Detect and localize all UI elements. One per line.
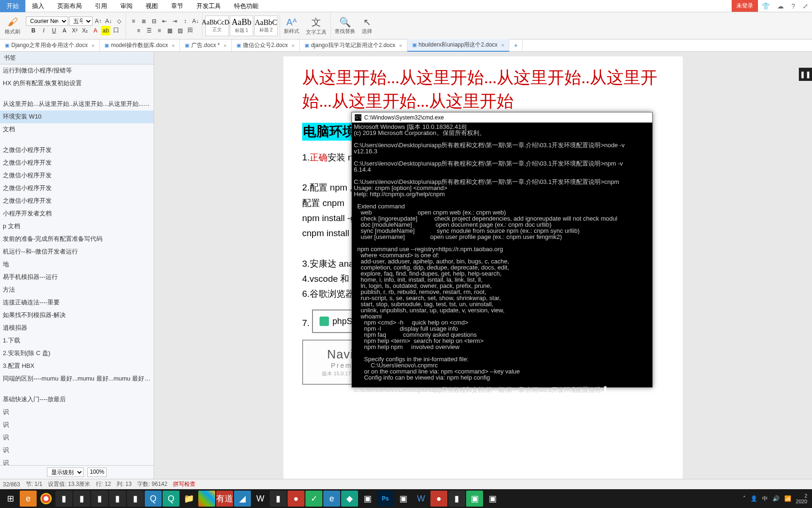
text-tools[interactable]: 文文字工具 — [303, 16, 329, 36]
font-size-select[interactable]: 五号 — [69, 16, 93, 26]
doctab-2[interactable]: ▣广告.docx *× — [180, 40, 232, 51]
sidebar-item[interactable] — [0, 385, 154, 393]
sidebar-zoom[interactable]: 100% — [87, 468, 107, 477]
task-view-icon[interactable]: ⊞ — [2, 491, 19, 507]
terminal-icon-5[interactable]: ▮ — [127, 491, 144, 507]
menu-tab-start[interactable]: 开始 — [0, 0, 25, 12]
char-border-button[interactable]: 囗 — [111, 26, 121, 35]
sidebar-item[interactable]: 2.安装到(除 C 盘) — [0, 347, 154, 360]
doctab-0[interactable]: ▣Django之常用命令用这个.docx× — [0, 40, 100, 51]
sidebar-item[interactable]: 发前的准备-完成所有配置准备写代码 — [0, 233, 154, 246]
menu-tab-section[interactable]: 章节 — [164, 0, 190, 12]
ime-indicator[interactable]: 中 — [762, 495, 768, 503]
sidebar-item[interactable] — [0, 136, 154, 144]
style-h1[interactable]: AaBb标题 1 — [230, 16, 253, 36]
doctab-5[interactable]: ▣hbuilderx和uniapp用这个2.docx× — [407, 39, 510, 52]
cmd-window[interactable]: C:\ C:\Windows\System32\cmd.exe Microsof… — [351, 112, 653, 388]
vscode-icon[interactable]: ◢ — [234, 491, 251, 507]
indent-dec[interactable]: ⇤ — [160, 16, 169, 26]
sidebar-item[interactable]: 之微信小程序开发 — [0, 195, 154, 207]
strike-button[interactable]: A̵ — [60, 26, 69, 35]
sidebar-item[interactable] — [0, 90, 154, 98]
skin-icon[interactable]: 👕 — [758, 0, 773, 12]
sidebar-item[interactable]: 运行到微信小程序/报错等 — [0, 64, 154, 77]
edge-icon[interactable]: e — [323, 491, 340, 507]
sidebar-item[interactable]: 同端的区别----mumu 最好...mumu 最好...mumu 最好...m… — [0, 373, 154, 385]
sidebar-item[interactable]: 基础快速入门----放最后 — [0, 393, 154, 406]
find-replace[interactable]: 🔍查找替换 — [332, 16, 358, 35]
menu-tab-reference[interactable]: 引用 — [88, 0, 114, 12]
close-icon[interactable]: × — [399, 43, 402, 48]
cloud-icon[interactable]: ☁ — [773, 0, 788, 12]
font-color-button[interactable]: A — [91, 26, 100, 35]
tray-volume-icon[interactable]: 🔊 — [773, 495, 780, 502]
sidebar-item[interactable]: 小程序开发者文档 — [0, 207, 154, 220]
doctab-3[interactable]: ▣微信公众号2.docx× — [232, 40, 300, 51]
taskbar-app-1[interactable]: e — [20, 491, 37, 507]
sidebar-item[interactable]: 如果找不到模拟器-解决 — [0, 309, 154, 322]
select-button[interactable]: ↖选择 — [359, 16, 375, 35]
align-justify[interactable]: ▦ — [165, 26, 174, 35]
cmd-taskbar-icon[interactable]: ▮ — [448, 491, 465, 507]
sidebar-item[interactable]: 之微信小程序开发 — [0, 144, 154, 157]
highlight-button[interactable]: ab — [101, 26, 110, 35]
app-icon-12[interactable]: ● — [430, 491, 447, 507]
menu-tab-dev[interactable]: 开发工具 — [190, 0, 227, 12]
subscript-button[interactable]: X₂ — [80, 26, 90, 35]
multilevel-list[interactable]: ⊟ — [149, 16, 159, 26]
close-icon[interactable]: × — [224, 43, 226, 48]
app-icon-9[interactable]: ◆ — [341, 491, 358, 507]
wps-word-icon[interactable]: W — [413, 491, 429, 507]
italic-button[interactable]: I — [39, 26, 48, 35]
cmd-titlebar[interactable]: C:\ C:\Windows\System32\cmd.exe — [352, 112, 652, 123]
sort-button[interactable]: A↓ — [191, 16, 200, 26]
tray-wifi-icon[interactable]: 📶 — [784, 495, 791, 502]
sidebar-item[interactable]: HX 的所有配置,恢复初始设置 — [0, 77, 154, 90]
menu-tab-insert[interactable]: 插入 — [25, 0, 51, 12]
terminal-icon-3[interactable]: ▮ — [91, 491, 108, 507]
underline-button[interactable]: U — [49, 26, 59, 35]
align-left[interactable]: ≡ — [134, 26, 143, 35]
close-icon[interactable]: × — [92, 43, 94, 48]
shading-button[interactable]: ▨ — [175, 26, 185, 35]
shrink-font[interactable]: A↓ — [104, 16, 113, 26]
sidebar-item[interactable]: 地 — [0, 258, 154, 271]
qq-icon-2[interactable]: Q — [163, 491, 180, 507]
sidebar-item[interactable]: 逍模拟器 — [0, 322, 154, 334]
doctab-add[interactable]: + — [509, 40, 523, 51]
close-icon[interactable]: × — [172, 43, 175, 48]
sidebar-item[interactable]: 识 — [0, 444, 154, 457]
sidebar-list[interactable]: 运行到微信小程序/报错等HX 的所有配置,恢复初始设置从这里开始...从这里开始… — [0, 64, 154, 465]
wps-icon[interactable]: W — [252, 491, 269, 507]
sidebar-item[interactable]: 之微信小程序开发 — [0, 182, 154, 195]
style-h2[interactable]: AaBbC标题 2 — [254, 16, 278, 36]
login-button[interactable]: 未登录 — [732, 0, 758, 12]
app-icon-8[interactable]: ✓ — [305, 491, 322, 507]
youdao-icon[interactable]: 有道 — [216, 491, 233, 507]
menu-tab-special[interactable]: 特色功能 — [227, 0, 265, 12]
ms-icon[interactable] — [198, 491, 215, 507]
clear-format[interactable]: ◇ — [114, 16, 124, 26]
close-icon[interactable]: × — [501, 42, 504, 48]
bullet-list[interactable]: ≡ — [129, 16, 138, 26]
status-spell[interactable]: 拼写检查 — [173, 480, 195, 488]
app-icon-10[interactable]: ▣ — [359, 491, 376, 507]
border-button[interactable]: 田 — [186, 26, 195, 35]
photoshop-icon[interactable]: Ps — [377, 491, 394, 507]
tray-people-icon[interactable]: 👤 — [750, 495, 757, 502]
new-style[interactable]: Aᴬ新样式 — [281, 16, 302, 35]
doctab-1[interactable]: ▣model操作数据库.docx× — [100, 40, 180, 51]
font-name-select[interactable]: Courier New — [26, 16, 68, 26]
app-icon-7[interactable]: ● — [288, 491, 304, 507]
menu-tab-layout[interactable]: 页面布局 — [51, 0, 88, 12]
sidebar-item[interactable]: 之微信小程序开发 — [0, 169, 154, 182]
close-icon[interactable]: × — [291, 43, 294, 48]
number-list[interactable]: ≣ — [139, 16, 148, 26]
sidebar-item[interactable]: 1.下载 — [0, 334, 154, 347]
sidebar-item[interactable]: 连接正确连法----重要 — [0, 296, 154, 309]
terminal-icon[interactable]: ▮ — [55, 491, 72, 507]
sidebar-item[interactable]: 从这里开始...从这里开始..从这里开始...从这里开始...从这里开 — [0, 98, 154, 111]
minimize-ribbon-icon[interactable]: ⤢ — [799, 0, 812, 12]
align-center[interactable]: ☰ — [144, 26, 154, 35]
app-icon-6[interactable]: ▮ — [270, 491, 287, 507]
